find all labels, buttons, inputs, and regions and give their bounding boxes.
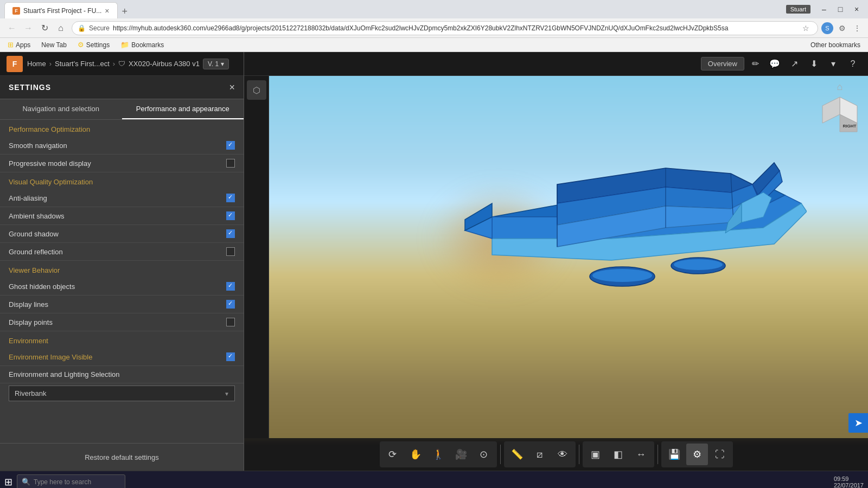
toolbar-group-view: ▣ ◧ ↔ xyxy=(583,441,654,467)
close-button[interactable]: × xyxy=(850,2,864,16)
setting-ghost-hidden: Ghost hidden objects xyxy=(0,278,244,296)
viewer-area: Overview ✏ 💬 ↗ ⬇ ▾ ? xyxy=(244,52,868,471)
taskbar: ⊞ 🔍 Type here to search 09:5922/07/2017 xyxy=(0,471,868,488)
bookmark-apps[interactable]: ⊞ Apps xyxy=(4,40,34,50)
tab-title: Stuart's First Project - FU... xyxy=(23,7,101,15)
secure-label: Secure xyxy=(89,24,110,32)
viewer-background xyxy=(244,76,868,438)
new-tab-button[interactable]: + xyxy=(118,5,132,18)
3d-model xyxy=(449,108,807,336)
minimize-button[interactable]: – xyxy=(817,2,831,16)
breadcrumb-model[interactable]: XX020-Airbus A380 v1 xyxy=(129,60,200,68)
star-icon[interactable]: ☆ xyxy=(799,22,812,35)
blue-arrow-button[interactable]: ➤ xyxy=(848,413,868,433)
settings-button[interactable]: ⚙ xyxy=(686,444,708,465)
ambient-shadows-checkbox[interactable] xyxy=(226,211,235,220)
orbit-button[interactable]: ⟳ xyxy=(382,444,404,465)
active-tab[interactable]: Stuart's First Project - FU... × xyxy=(4,2,118,18)
tab-close-button[interactable]: × xyxy=(105,7,109,15)
download-button[interactable]: ⬇ xyxy=(805,55,822,73)
taskbar-search[interactable]: 🔍 Type here to search xyxy=(17,474,125,489)
ground-reflection-checkbox[interactable] xyxy=(226,247,235,256)
home-button[interactable]: ⌂ xyxy=(53,21,68,36)
display-lines-label: Display lines xyxy=(9,300,48,309)
progressive-display-checkbox[interactable] xyxy=(226,159,235,168)
overview-button[interactable]: Overview xyxy=(701,57,744,70)
comment-button[interactable]: 💬 xyxy=(766,55,783,73)
back-button[interactable]: ← xyxy=(4,21,20,36)
section-view-button[interactable]: ◧ xyxy=(608,444,629,465)
toolbar-group-analysis: 📏 ⧄ 👁 xyxy=(504,441,576,467)
section-header-environment: Environment xyxy=(0,331,244,348)
breadcrumb-project[interactable]: Stuart's First...ect xyxy=(55,60,110,68)
bookmark-settings[interactable]: ⚙ Settings xyxy=(74,40,113,50)
ground-reflection-label: Ground reflection xyxy=(9,248,63,256)
secure-icon: 🔒 xyxy=(78,24,86,32)
fullscreen-button[interactable]: ⛶ xyxy=(709,444,731,465)
walk-button[interactable]: 🚶 xyxy=(427,444,449,465)
split-view-button[interactable]: ↔ xyxy=(630,444,652,465)
bookmark-bookmarks[interactable]: 📁 Bookmarks xyxy=(117,40,167,50)
explode-button[interactable]: 👁 xyxy=(552,444,573,465)
breadcrumb-shield: 🛡 xyxy=(118,60,125,68)
start-button[interactable]: ⊞ xyxy=(4,476,12,488)
help-button[interactable]: ? xyxy=(844,55,861,73)
user-profile-button[interactable]: Stuart xyxy=(786,5,810,14)
bottom-toolbar: ⟳ ✋ 🚶 🎥 ⊙ 📏 ⧄ 👁 ▣ ◧ ↔ 💾 xyxy=(244,438,868,471)
share-button[interactable]: ↗ xyxy=(786,55,803,73)
settings-header: SETTINGS × xyxy=(0,76,244,99)
version-badge[interactable]: V. 1 ▾ xyxy=(203,59,229,69)
smooth-nav-checkbox[interactable] xyxy=(226,141,235,150)
tab-navigation[interactable]: Navigation and selection xyxy=(0,99,122,119)
nav-cube-svg: RIGHT xyxy=(820,95,859,134)
measure-button[interactable]: 📏 xyxy=(506,444,528,465)
maximize-button[interactable]: □ xyxy=(833,2,847,16)
anti-aliasing-checkbox[interactable] xyxy=(226,194,235,202)
settings-panel: F Home › Stuart's First...ect › 🛡 XX020-… xyxy=(0,52,244,471)
display-points-checkbox[interactable] xyxy=(226,318,235,326)
restore-defaults-link[interactable]: Restore default settings xyxy=(85,453,159,461)
forward-button[interactable]: → xyxy=(21,21,36,36)
progressive-display-label: Progressive model display xyxy=(9,159,91,168)
extensions-icon[interactable]: ⚙ xyxy=(835,22,848,35)
save-view-button[interactable]: 💾 xyxy=(663,444,685,465)
refresh-button[interactable]: ↻ xyxy=(37,21,52,36)
env-image-visible-label: Environment Image Visible xyxy=(9,353,92,361)
nav-cube[interactable]: RIGHT xyxy=(820,95,859,134)
tab-perf-label: Performance and appearance xyxy=(136,105,229,113)
focus-button[interactable]: ⊙ xyxy=(473,444,495,465)
bookmark-new-tab[interactable]: New Tab xyxy=(38,40,69,50)
camera-button[interactable]: 🎥 xyxy=(450,444,472,465)
nav-cube-area: ⌂ RIGHT xyxy=(820,81,859,134)
edit-button[interactable]: ✏ xyxy=(746,55,764,73)
pan-button[interactable]: ✋ xyxy=(405,444,426,465)
nav-cube-home-button[interactable]: ⌂ xyxy=(820,81,859,93)
bookmark-settings-label: Settings xyxy=(86,41,110,49)
env-image-visible-checkbox[interactable] xyxy=(226,352,235,361)
settings-body: Performance Optimization Smooth navigati… xyxy=(0,120,244,443)
other-bookmarks[interactable]: Other bookmarks xyxy=(807,40,864,50)
chrome-profile-icon[interactable]: S xyxy=(821,22,833,34)
ghost-hidden-checkbox[interactable] xyxy=(226,282,235,291)
section-button[interactable]: ⧄ xyxy=(529,444,551,465)
setting-ambient-shadows: Ambient shadows xyxy=(0,207,244,225)
breadcrumb-home[interactable]: Home xyxy=(27,60,46,68)
autodesk-logo: F xyxy=(7,56,23,72)
settings-close-button[interactable]: × xyxy=(229,82,235,92)
env-select-wrap: Riverbank Default Workshop Hangar Outdoo… xyxy=(9,386,235,401)
viewer-top-bar: Overview ✏ 💬 ↗ ⬇ ▾ ? xyxy=(244,52,868,76)
smooth-nav-label: Smooth navigation xyxy=(9,142,67,150)
anti-aliasing-label: Anti-aliasing xyxy=(9,194,47,202)
address-input[interactable] xyxy=(113,24,796,32)
env-select[interactable]: Riverbank Default Workshop Hangar Outdoo… xyxy=(9,386,235,401)
menu-icon[interactable]: ⋮ xyxy=(851,22,864,35)
sidebar-cube-icon[interactable]: ⬡ xyxy=(247,80,266,100)
tab-performance[interactable]: Performance and appearance xyxy=(122,99,244,119)
display-lines-checkbox[interactable] xyxy=(226,300,235,309)
model-browser-button[interactable]: ▣ xyxy=(585,444,607,465)
address-input-wrap[interactable]: 🔒 Secure ☆ xyxy=(72,21,818,35)
more-button[interactable]: ▾ xyxy=(825,55,842,73)
left-sidebar: ⬡ xyxy=(244,76,269,438)
ground-shadow-checkbox[interactable] xyxy=(226,229,235,238)
setting-anti-aliasing: Anti-aliasing xyxy=(0,189,244,207)
